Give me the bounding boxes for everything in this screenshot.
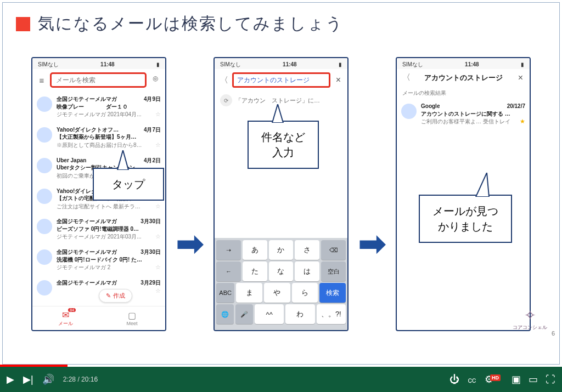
keyboard-key[interactable]: ^^ — [255, 304, 284, 324]
keyboard-key[interactable]: は — [295, 262, 319, 281]
callout-input-text: 件名など 入力 — [258, 129, 308, 160]
theater-icon[interactable]: ▭ — [529, 373, 538, 385]
slide-title-row: 気になるメールは検索してみましょう — [3, 3, 559, 41]
status-bar: SIMなし 11:48 ▮ — [32, 58, 165, 69]
email-item[interactable]: 全国ジモティーメルマガ3月30日 ビーズソファ 0円!電磁調理器 0… ジモティ… — [32, 213, 165, 244]
compose-button[interactable]: ✎ 作成 — [99, 289, 132, 303]
back-icon[interactable]: 〈 — [219, 75, 229, 86]
account-icon[interactable]: ◎ — [150, 75, 161, 86]
bullet-square-icon — [16, 17, 30, 31]
keyboard[interactable]: ➝あかさ⌫←たなは空白ABCまやら検索🌐🎤^^わ、。?! — [215, 238, 347, 330]
battery-icon: ▮ — [156, 61, 160, 67]
results-label: メールの検索結果 — [397, 86, 530, 98]
avatar-icon — [37, 127, 52, 143]
keyboard-key[interactable]: ら — [292, 283, 318, 303]
progress-track[interactable] — [0, 365, 562, 367]
search-input[interactable]: アカウントのストレージ — [232, 72, 330, 88]
logo-glyph-icon: ✧ — [513, 307, 547, 324]
callout-tail-icon — [474, 173, 492, 197]
callout-input: 件名など 入力 — [248, 121, 319, 169]
star-icon[interactable]: ☆ — [155, 287, 161, 295]
callout-tap-text: タップ — [104, 177, 153, 192]
star-icon[interactable]: ☆ — [155, 202, 161, 211]
clear-icon[interactable]: × — [334, 75, 343, 85]
back-icon[interactable]: 〈 — [401, 72, 411, 83]
keyboard-key[interactable]: ➝ — [216, 240, 241, 260]
video-player-bar[interactable]: ▶ ▶| 🔊 2:28 / 20:16 ⏻ ㏄ ⚙HD ▣ ▭ ⛶ — [0, 367, 562, 392]
keyboard-key[interactable]: な — [269, 262, 294, 281]
keyboard-key[interactable]: 検索 — [319, 283, 346, 303]
tab-mail[interactable]: ✉ 84 メール — [32, 306, 99, 330]
svg-marker-0 — [117, 150, 128, 170]
avatar-icon — [401, 104, 417, 119]
star-icon[interactable]: ☆ — [155, 110, 161, 118]
clear-icon[interactable]: × — [516, 73, 525, 83]
phone-screenshot-1: SIMなし 11:48 ▮ ≡ メールを検索 ◎ 全国ジモティーメルマガ4月9日… — [31, 57, 166, 331]
svg-marker-2 — [476, 173, 489, 197]
page-number: 6 — [552, 330, 555, 337]
keyboard-key[interactable]: か — [269, 240, 294, 260]
tab-mail-label: メール — [58, 320, 73, 327]
keyboard-key[interactable]: ABC — [216, 283, 234, 303]
miniplayer-icon[interactable]: ▣ — [512, 373, 521, 385]
channel-name: スマホのコンシェルジュ — [9, 355, 81, 365]
star-icon[interactable]: ★ — [520, 117, 525, 126]
settings-icon[interactable]: ⚙HD — [485, 373, 504, 385]
email-item[interactable]: 全国ジモティーメルマガ4月9日 映像プレー ダー１０ ジモティーメルマガ 202… — [32, 91, 165, 122]
play-icon[interactable]: ▶ — [7, 373, 14, 385]
time-display: 2:28 / 20:16 — [63, 376, 98, 383]
keyboard-key[interactable]: 🌐 — [216, 304, 234, 324]
keyboard-key[interactable]: ⌫ — [321, 240, 346, 260]
email-item[interactable]: Yahoo!ダイレクトオフ…4月7日 【大正製薬から新登場】5ヶ月… ※原則とし… — [32, 122, 165, 152]
slide-title: 気になるメールは検索してみましょう — [38, 13, 344, 35]
video-icon: ▢ — [128, 310, 136, 321]
keyboard-key[interactable]: 🎤 — [235, 304, 253, 324]
keyboard-key[interactable]: ← — [216, 262, 241, 281]
hd-badge: HD — [490, 374, 501, 381]
status-bar: SIMなし 11:48 ▮ — [215, 58, 347, 69]
fullscreen-icon[interactable]: ⛶ — [546, 374, 555, 385]
compose-label: 作成 — [113, 292, 125, 300]
phone-screenshot-3: SIMなし 11:48 ▮ 〈 アカウントのストレージ × メールの検索結果 G… — [396, 57, 531, 331]
keyboard-key[interactable]: や — [264, 283, 290, 303]
arrow-icon: ➡ — [358, 224, 386, 263]
star-icon[interactable]: ☆ — [155, 263, 161, 271]
status-bar: SIMなし 11:48 ▮ — [397, 58, 530, 69]
tab-meet[interactable]: ▢ Meet — [99, 306, 165, 330]
captions-icon[interactable]: ㏄ — [467, 373, 477, 386]
avatar-icon — [37, 219, 52, 234]
svg-marker-1 — [272, 104, 283, 123]
search-value: アカウントのストレージ — [237, 76, 310, 85]
history-icon: ⟳ — [220, 94, 232, 106]
volume-icon[interactable]: 🔊 — [42, 373, 54, 385]
next-icon[interactable]: ▶| — [23, 373, 33, 385]
autoplay-toggle-icon[interactable]: ⏻ — [449, 374, 459, 385]
sim-status: SIMなし — [38, 61, 59, 69]
arrow-icon: ➡ — [176, 224, 204, 263]
keyboard-key[interactable]: わ — [285, 304, 314, 324]
avatar-icon — [37, 96, 52, 112]
pencil-icon: ✎ — [106, 292, 111, 299]
search-result-item[interactable]: Google20/12/7 アカウントのストレージに関する … ご利用のお客様平… — [397, 98, 530, 129]
keyboard-key[interactable]: 空白 — [321, 262, 346, 281]
hamburger-icon[interactable]: ≡ — [37, 76, 47, 85]
callout-tap: タップ — [93, 168, 164, 201]
search-input[interactable]: メールを検索 — [50, 72, 147, 88]
keyboard-key[interactable]: ま — [236, 283, 262, 303]
search-title: アカウントのストレージ — [414, 73, 513, 83]
avatar-icon — [37, 189, 52, 204]
keyboard-key[interactable]: た — [243, 262, 267, 281]
email-item[interactable]: 全国ジモティーメルマガ3月30日 洗濯機 0円!ロードバイク 0円! た… ジモ… — [32, 244, 165, 275]
keyboard-key[interactable]: さ — [295, 240, 319, 260]
keyboard-key[interactable]: あ — [243, 240, 267, 260]
star-icon[interactable]: ☆ — [155, 232, 161, 241]
clock: 11:48 — [100, 61, 115, 67]
tab-meet-label: Meet — [126, 321, 137, 326]
avatar-icon — [37, 158, 52, 173]
callout-found: メールが見つ かりました — [419, 195, 512, 243]
unread-badge: 84 — [68, 308, 76, 312]
star-icon[interactable]: ☆ — [155, 141, 161, 149]
search-placeholder: メールを検索 — [56, 76, 95, 85]
keyboard-key[interactable]: 、。?! — [317, 304, 346, 324]
callout-tail-icon — [269, 104, 286, 123]
